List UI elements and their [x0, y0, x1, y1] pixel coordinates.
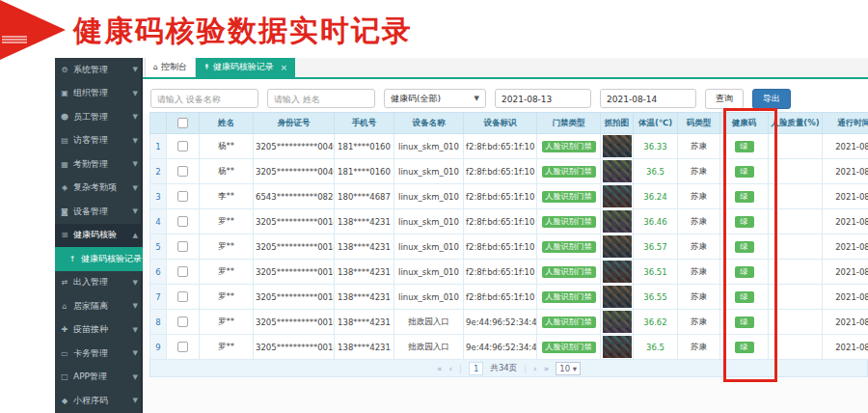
device-id-cell: f2:8f:bd:65:1f:10	[464, 285, 537, 310]
logo-text-smudge	[2, 35, 27, 44]
sidebar-item[interactable]: ☻员工管理▼	[55, 105, 143, 129]
temperature-cell: 36.62	[634, 310, 678, 335]
snapshot-cell	[601, 335, 634, 360]
row-checkbox[interactable]	[177, 241, 188, 252]
sidebar-item-label: 系统管理	[73, 64, 108, 76]
row-checkbox[interactable]	[177, 317, 188, 327]
sidebar-item[interactable]: ◆小程序码▼	[55, 389, 143, 413]
device-name-cell: linux_skm_010	[394, 134, 464, 159]
sidebar-item[interactable]: ⌂居家隔离▼	[55, 294, 143, 318]
device-name-input[interactable]: 请输入 设备名称	[150, 89, 258, 108]
code-type-cell: 苏康	[678, 234, 720, 260]
temperature-cell: 36.55	[634, 285, 678, 310]
sidebar-item[interactable]: ▦考勤管理▼	[55, 152, 143, 177]
record-icon: ↟	[203, 63, 210, 71]
row-checkbox[interactable]	[177, 216, 188, 227]
sidebar-item[interactable]: ↑健康码核验记录	[55, 247, 143, 271]
snapshot-image[interactable]	[603, 210, 632, 233]
page-title: 健康码核验数据实时记录	[73, 12, 413, 51]
chevron-down-icon: ▾	[573, 364, 577, 373]
tab-label: 控制台	[161, 61, 187, 73]
page-size-select[interactable]: 10 ▾	[556, 362, 581, 375]
pass-time-cell: 2021-08-	[823, 159, 868, 184]
name-cell: 罗**	[200, 310, 254, 335]
tab-console[interactable]: ⌂ 控制台	[145, 58, 196, 77]
tab-healthcode-records[interactable]: ↟ 健康码核验记录 ×	[196, 58, 295, 77]
temperature-cell: 36.46	[634, 209, 678, 234]
snapshot-image[interactable]	[603, 261, 632, 283]
snapshot-image[interactable]	[603, 311, 632, 333]
column-header: 姓名	[200, 113, 254, 134]
sidebar-item[interactable]: □APP管理▼	[55, 366, 143, 390]
device-id-cell: f2:8f:bd:65:1f:10	[464, 260, 537, 285]
tab-label: 健康码核验记录	[213, 61, 274, 73]
sidebar-item[interactable]: ◙设备管理▼	[55, 200, 143, 224]
select-all-checkbox[interactable]	[177, 118, 188, 128]
health-code-select[interactable]: 健康码(全部) ▼	[384, 89, 486, 108]
column-header: 手机号	[335, 113, 394, 134]
sidebar-item[interactable]: ⇄出入管理▼	[55, 271, 143, 295]
sidebar-item-label: 疫苗接种	[73, 323, 108, 336]
red-arrow-logo	[0, 0, 66, 60]
phone-cell: 138****4231	[335, 260, 394, 285]
health-code-badge: 绿	[735, 266, 754, 278]
sidebar-item[interactable]: ▭卡务管理▼	[55, 342, 143, 366]
code-type-cell: 苏康	[678, 159, 720, 184]
person-name-input[interactable]: 请输入 姓名	[267, 89, 375, 108]
next-page-button[interactable]: ›	[533, 364, 537, 373]
row-number: 6	[150, 260, 167, 285]
row-number: 5	[150, 234, 167, 260]
pager-divider: |	[524, 364, 527, 373]
health-code-cell: 绿	[720, 310, 769, 335]
first-page-button[interactable]: «	[437, 364, 443, 373]
row-checkbox[interactable]	[177, 191, 188, 202]
phone-cell: 181****0160	[335, 134, 394, 159]
id-number-cell: 3205**********0018	[254, 209, 335, 234]
pass-time-cell: 2021-08-	[823, 209, 868, 234]
health-code-cell: 绿	[720, 335, 769, 360]
phone-cell: 138****4231	[335, 310, 394, 335]
phone-cell: 181****0160	[335, 159, 394, 184]
query-button[interactable]: 查询	[705, 89, 744, 109]
row-checkbox[interactable]	[177, 166, 188, 177]
snapshot-image[interactable]	[603, 135, 632, 157]
temperature-cell: 36.5	[634, 335, 678, 360]
export-button[interactable]: 导出	[752, 89, 791, 109]
close-icon[interactable]: ×	[281, 63, 288, 72]
row-checkbox[interactable]	[177, 266, 188, 277]
app-icon: □	[60, 372, 69, 381]
date-to-input[interactable]: 2021-08-14	[600, 89, 696, 108]
snapshot-image[interactable]	[603, 235, 632, 258]
device-id-cell: f2:8f:bd:65:1f:10	[464, 184, 537, 209]
row-number: 8	[150, 310, 167, 335]
face-quality-cell	[769, 209, 823, 234]
date-from-input[interactable]: 2021-08-13	[495, 89, 591, 108]
snapshot-image[interactable]	[603, 160, 632, 182]
row-checkbox[interactable]	[177, 342, 188, 352]
snapshot-image[interactable]	[603, 185, 632, 207]
prev-page-button[interactable]: ‹	[448, 364, 452, 373]
visitor-icon: ▤	[60, 136, 69, 145]
sidebar-item[interactable]: ⊞健康码核验▲	[55, 224, 143, 248]
column-header: 通行时间	[823, 113, 868, 134]
device-name-cell: linux_skm_010	[394, 159, 464, 184]
health-code-badge: 绿	[735, 191, 754, 203]
sidebar-item[interactable]: ▣组织管理▼	[55, 82, 143, 106]
current-page[interactable]: 1	[469, 362, 483, 375]
sidebar-item[interactable]: ◈复杂考勤项▼	[55, 177, 143, 201]
sidebar-item[interactable]: ⚙系统管理▼	[55, 58, 143, 82]
access-type-cell: 人脸识别门禁	[537, 260, 601, 285]
row-number-header	[150, 113, 167, 134]
name-cell: 罗**	[200, 335, 254, 360]
column-header: 设备名称	[394, 113, 464, 134]
snapshot-image[interactable]	[603, 336, 632, 358]
row-checkbox[interactable]	[177, 141, 188, 151]
phone-cell: 138****4231	[335, 335, 394, 360]
snapshot-cell	[601, 209, 634, 234]
sidebar-item[interactable]: ▤访客管理▼	[55, 129, 143, 153]
row-checkbox[interactable]	[177, 291, 188, 302]
last-page-button[interactable]: »	[544, 364, 550, 373]
snapshot-image[interactable]	[603, 286, 632, 308]
face-quality-cell	[769, 260, 823, 285]
sidebar-item[interactable]: ✚疫苗接种▼	[55, 318, 143, 343]
